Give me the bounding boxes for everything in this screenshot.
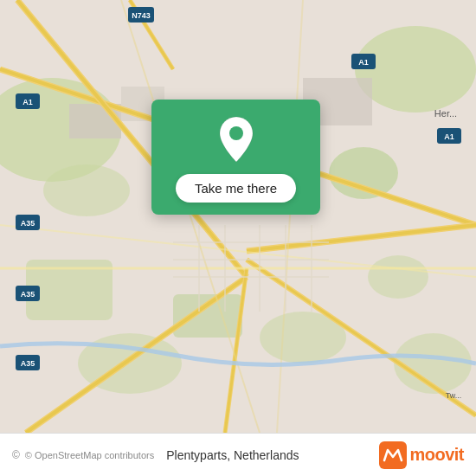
bottom-attribution: © © OpenStreetMap contributors Plentypar…	[12, 448, 299, 462]
svg-text:A1: A1	[444, 132, 454, 141]
bottom-bar: © © OpenStreetMap contributors Plentypar…	[0, 433, 476, 476]
svg-text:N743: N743	[132, 11, 151, 20]
svg-point-56	[229, 126, 243, 140]
svg-text:A35: A35	[21, 359, 35, 368]
svg-text:A35: A35	[21, 290, 35, 299]
svg-text:A35: A35	[21, 219, 35, 228]
popup-card: Take me there	[151, 100, 320, 215]
moovit-text: moovit	[409, 445, 464, 465]
location-label: Plentyparts, Netherlands	[166, 448, 299, 462]
map-background: A1 A35 A35 A35 A1 A1 N743 Her... Tw...	[0, 0, 476, 433]
location-pin-icon	[215, 115, 257, 164]
attribution-text: © OpenStreetMap contributors	[25, 450, 154, 460]
svg-text:A1: A1	[358, 58, 369, 67]
moovit-logo: moovit	[379, 441, 464, 469]
svg-text:Her...: Her...	[434, 108, 457, 119]
take-me-there-button[interactable]: Take me there	[176, 174, 296, 203]
svg-point-10	[368, 255, 428, 299]
svg-text:A1: A1	[23, 98, 33, 106]
copyright-icon: ©	[12, 449, 20, 461]
moovit-icon	[379, 441, 407, 469]
svg-point-9	[43, 164, 130, 216]
svg-text:Tw...: Tw...	[446, 391, 462, 400]
map-container: A1 A35 A35 A35 A1 A1 N743 Her... Tw... T…	[0, 0, 476, 433]
